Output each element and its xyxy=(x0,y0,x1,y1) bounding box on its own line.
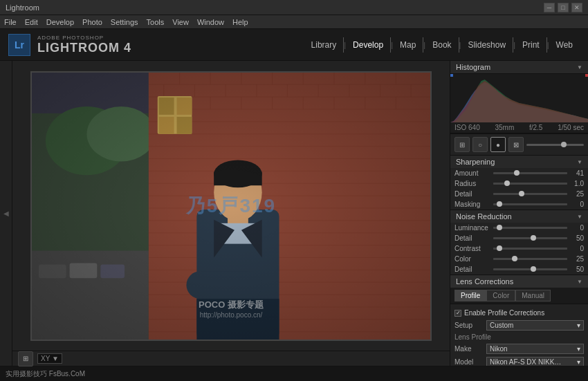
lens-tab-manual[interactable]: Manual xyxy=(515,290,551,301)
amount-slider[interactable] xyxy=(493,172,567,174)
color-slider[interactable] xyxy=(493,258,567,260)
masking-slider[interactable] xyxy=(493,203,567,205)
make-select[interactable]: Nikon ▾ xyxy=(486,344,584,354)
menu-settings[interactable]: Settings xyxy=(111,18,138,26)
contrast-value: 0 xyxy=(570,245,584,252)
tab-slideshow[interactable]: Slideshow xyxy=(461,37,513,53)
menu-tools[interactable]: Tools xyxy=(147,18,165,26)
detail-thumb xyxy=(519,191,524,196)
menu-view[interactable]: View xyxy=(172,18,189,26)
contrast-slider[interactable] xyxy=(493,248,567,250)
histogram-chart xyxy=(450,74,588,122)
luminance-row: Luminance 0 xyxy=(450,223,588,233)
tab-library[interactable]: Library xyxy=(304,37,344,53)
minimize-button[interactable]: ─ xyxy=(544,3,555,12)
luminance-thumb xyxy=(497,225,502,230)
sharpening-section: Sharpening ▼ Amount 41 Radius 1.0 Detail xyxy=(450,156,588,210)
detail-value: 25 xyxy=(570,190,584,198)
aperture-value: f/2.5 xyxy=(529,124,542,131)
menu-develop[interactable]: Develop xyxy=(46,18,74,26)
amount-value: 41 xyxy=(570,169,584,177)
model-label: Model xyxy=(454,358,484,366)
setup-select[interactable]: Custom ▾ xyxy=(486,320,584,331)
app-title-block: ADOBE PHOTOSHOP LIGHTROOM 4 xyxy=(37,35,131,55)
app-name: LIGHTROOM 4 xyxy=(37,41,131,55)
color-detail-thumb xyxy=(531,266,536,272)
noise-header: Noise Reduction ▼ xyxy=(450,210,588,223)
sharpening-masking-row: Masking 0 xyxy=(450,199,588,210)
tab-develop[interactable]: Develop xyxy=(346,37,391,53)
menu-file[interactable]: File xyxy=(4,18,17,26)
menu-window[interactable]: Window xyxy=(197,18,224,26)
tab-web[interactable]: Web xyxy=(549,37,580,53)
color-thumb xyxy=(512,256,517,261)
app-footer: 实用摄影技巧 FsBus.CoM xyxy=(0,366,588,381)
enable-corrections-row: ✓ Enable Profile Corrections xyxy=(454,307,584,319)
amount-thumb xyxy=(514,170,520,176)
zoom-tool[interactable]: ⊞ xyxy=(18,351,33,366)
xy-label[interactable]: XY ▼ xyxy=(37,353,62,364)
photo-area: 乃5戸319 POCO 摄影专题 http://photo.poco.cn/ xyxy=(12,61,450,351)
iso-value: ISO 640 xyxy=(454,124,480,131)
redeye-tool[interactable]: ● xyxy=(490,137,506,152)
luminance-slider[interactable] xyxy=(493,227,567,229)
maximize-button[interactable]: □ xyxy=(558,3,569,12)
masking-value: 0 xyxy=(570,201,584,208)
shutter-value: 1/50 sec xyxy=(558,124,584,131)
histogram-collapse[interactable]: ▼ xyxy=(577,64,582,71)
model-value: Nikon AF-S DX NIKKOR 35mm... xyxy=(490,358,566,366)
svg-rect-71 xyxy=(450,74,453,77)
lens-body: ✓ Enable Profile Corrections Setup Custo… xyxy=(450,304,588,366)
color-detail-row: Detail 50 xyxy=(450,264,588,275)
photo-image xyxy=(32,73,430,340)
lum-detail-value: 50 xyxy=(570,234,584,242)
close-button[interactable]: ✕ xyxy=(571,3,582,12)
amount-label: Amount xyxy=(454,169,490,177)
noise-collapse[interactable]: ▼ xyxy=(577,214,582,220)
window-controls: ─ □ ✕ xyxy=(544,3,582,12)
lum-detail-slider[interactable] xyxy=(493,237,567,239)
crop-tool[interactable]: ⊞ xyxy=(454,137,470,152)
make-chevron: ▾ xyxy=(577,345,580,353)
color-value: 25 xyxy=(570,255,584,263)
lens-profile-title: Lens Profile xyxy=(454,332,584,342)
lens-tabs: Profile Color Manual xyxy=(450,288,588,304)
photo-canvas: 乃5戸319 POCO 摄影专题 http://photo.poco.cn/ xyxy=(12,61,450,351)
contrast-row: Contrast 0 xyxy=(450,243,588,254)
radius-slider[interactable] xyxy=(493,183,567,185)
spot-tool[interactable]: ○ xyxy=(472,137,488,152)
left-panel: ◀ xyxy=(0,61,12,366)
lens-tab-profile[interactable]: Profile xyxy=(454,290,486,301)
photo-meta: ISO 640 35mm f/2.5 1/50 sec xyxy=(450,122,588,133)
main-layout: ◀ xyxy=(0,61,588,366)
tab-book[interactable]: Book xyxy=(425,37,459,53)
sharpening-radius-row: Radius 1.0 xyxy=(450,178,588,189)
detail-slider[interactable] xyxy=(493,193,567,195)
photo-frame: 乃5戸319 POCO 摄影专题 http://photo.poco.cn/ xyxy=(30,71,432,341)
tools-row: ⊞ ○ ● ⊠ xyxy=(450,134,588,156)
gradient-tool[interactable]: ⊠ xyxy=(508,137,524,152)
lens-tab-color[interactable]: Color xyxy=(486,290,515,301)
histogram-canvas xyxy=(450,74,588,122)
center-area: 乃5戸319 POCO 摄影专题 http://photo.poco.cn/ ⊞… xyxy=(12,61,450,366)
menu-help[interactable]: Help xyxy=(232,18,248,26)
radius-label: Radius xyxy=(454,180,490,187)
menu-edit[interactable]: Edit xyxy=(25,18,38,26)
enable-label: Enable Profile Corrections xyxy=(464,309,544,317)
menu-photo[interactable]: Photo xyxy=(82,18,102,26)
tab-print[interactable]: Print xyxy=(515,37,547,53)
sharpening-detail-row: Detail 25 xyxy=(450,189,588,199)
sharpening-collapse[interactable]: ▼ xyxy=(577,159,582,165)
tab-map[interactable]: Map xyxy=(393,37,423,53)
enable-checkbox[interactable]: ✓ xyxy=(454,310,461,317)
contrast-label: Contrast xyxy=(454,245,490,252)
histogram-header: Histogram ▼ xyxy=(450,61,588,74)
bottom-toolbar: ⊞ XY ▼ xyxy=(12,351,450,366)
exposure-slider[interactable] xyxy=(526,144,584,146)
luminance-value: 0 xyxy=(570,224,584,232)
model-select[interactable]: Nikon AF-S DX NIKKOR 35mm... ▾ xyxy=(486,357,584,366)
color-detail-slider[interactable] xyxy=(493,268,567,270)
lens-collapse[interactable]: ▼ xyxy=(577,279,582,285)
setup-value: Custom xyxy=(490,322,513,329)
masking-thumb xyxy=(497,201,502,207)
